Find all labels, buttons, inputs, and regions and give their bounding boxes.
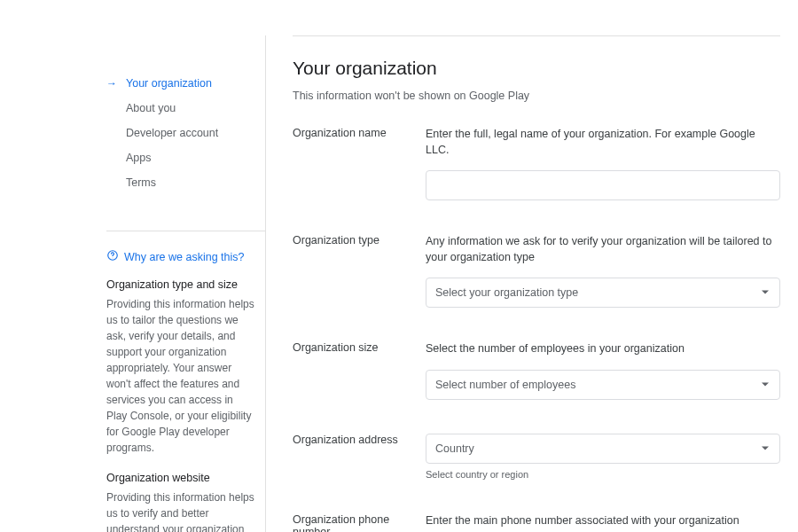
form-row-org-address: Organization address Country Select coun… [293,434,780,480]
nav-label: Your organization [126,77,212,90]
org-size-help: Select the number of employees in your o… [426,341,780,357]
sidebar-item-developer-account[interactable]: Developer account [106,121,265,145]
org-name-help: Enter the full, legal name of your organ… [426,127,780,158]
sidebar-item-apps[interactable]: Apps [106,145,265,170]
org-phone-field: Enter the main phone number associated w… [426,513,780,533]
form-row-org-phone: Organization phone number Enter the main… [293,513,780,533]
form-row-org-size: Organization size Select the number of e… [293,341,780,400]
sidebar-item-terms[interactable]: Terms [106,170,265,195]
page-title: Your organization [293,58,780,79]
org-type-label: Organization type [293,234,426,246]
org-size-select[interactable]: Select number of employees [426,370,780,400]
org-address-select[interactable]: Country [426,434,780,464]
sidebar-item-about-you[interactable]: About you [106,96,265,121]
org-type-placeholder: Select your organization type [435,286,578,299]
svg-point-1 [113,258,113,259]
nav-label: About you [126,102,176,114]
org-name-field: Enter the full, legal name of your organ… [426,127,780,200]
org-address-label: Organization address [293,434,426,446]
nav-label: Terms [126,176,156,189]
help-header[interactable]: Why are we asking this? [106,249,254,264]
org-type-help: Any information we ask for to verify you… [426,234,780,265]
org-type-field: Any information we ask for to verify you… [426,234,780,308]
help-block-title: Organization website [106,472,254,484]
nav-list: → Your organization About you Developer … [106,71,265,195]
org-address-sub-help: Select country or region [426,469,780,480]
nav-label: Apps [126,152,152,164]
sidebar: → Your organization About you Developer … [89,35,266,532]
arrow-right-icon: → [106,77,117,90]
help-block-text: Providing this information helps us to v… [106,489,254,532]
org-type-select-wrap: Select your organization type [426,278,780,308]
org-phone-help: Enter the main phone number associated w… [426,513,780,529]
org-size-select-wrap: Select number of employees [426,370,780,400]
org-address-select-wrap: Country [426,434,780,464]
page-subtitle: This information won't be shown on Googl… [293,90,780,102]
main-content: Your organization This information won't… [266,35,798,532]
form-row-org-name: Organization name Enter the full, legal … [293,127,780,200]
help-block-type-size: Organization type and size Providing thi… [106,278,254,456]
org-size-placeholder: Select number of employees [435,379,575,391]
org-phone-label: Organization phone number [293,513,426,533]
help-block-website: Organization website Providing this info… [106,472,254,532]
org-type-select[interactable]: Select your organization type [426,278,780,308]
org-name-label: Organization name [293,127,426,139]
divider [106,231,265,231]
help-block-title: Organization type and size [106,278,254,291]
org-size-label: Organization size [293,341,426,354]
help-header-text: Why are we asking this? [124,251,244,263]
org-size-field: Select the number of employees in your o… [426,341,780,400]
sidebar-item-your-organization[interactable]: → Your organization [106,71,265,96]
org-address-field: Country Select country or region [426,434,780,480]
nav-label: Developer account [126,127,218,139]
help-section: Why are we asking this? Organization typ… [106,249,265,532]
org-address-placeholder: Country [435,442,474,455]
help-block-text: Providing this information helps us to t… [106,296,254,456]
top-rule [293,35,780,36]
org-name-input[interactable] [426,170,780,200]
form-row-org-type: Organization type Any information we ask… [293,234,780,308]
help-circle-icon [106,249,124,264]
